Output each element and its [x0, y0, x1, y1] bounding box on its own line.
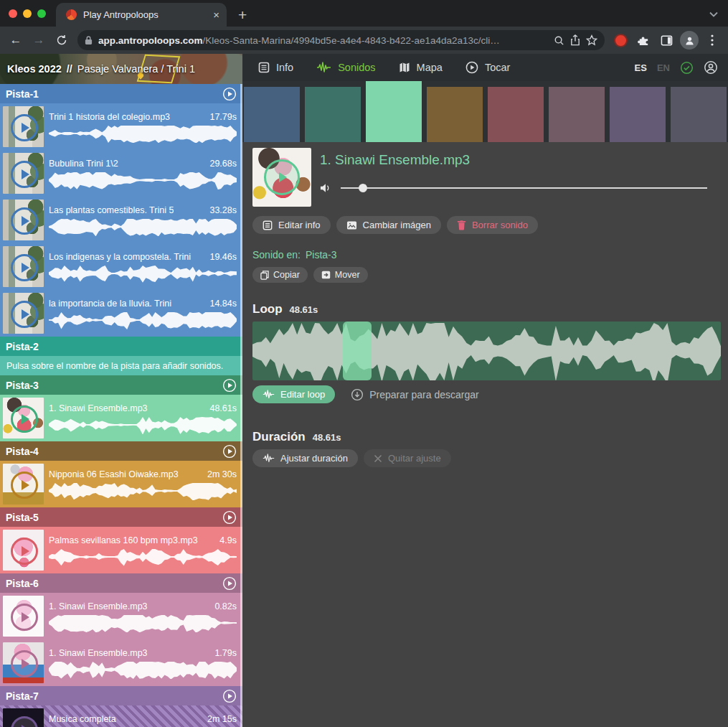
tab-info[interactable]: Info — [258, 62, 293, 73]
track-header-pista-2[interactable]: Pista-2 — [0, 337, 242, 356]
track-color-swatch-8[interactable] — [671, 87, 727, 142]
sound-in-track-link[interactable]: Pista-3 — [306, 249, 337, 261]
clip-play-icon[interactable] — [11, 650, 38, 677]
share-icon[interactable] — [570, 34, 580, 46]
clip-thumbnail[interactable] — [3, 106, 44, 147]
track-play-icon[interactable] — [222, 510, 237, 525]
clip-play-icon[interactable] — [11, 538, 38, 565]
loop-selection-region[interactable] — [343, 322, 372, 380]
clip-play-icon[interactable] — [11, 716, 38, 727]
maximize-window-button[interactable] — [37, 9, 46, 18]
track-play-icon[interactable] — [222, 378, 237, 393]
url-text[interactable]: app.antropoloops.com/Kleos-Santa-Marina/… — [98, 35, 548, 46]
edit-loop-button[interactable]: Editar loop — [252, 385, 335, 403]
track-play-icon[interactable] — [222, 689, 237, 703]
breadcrumb-page[interactable]: Pasaje Valvanera / Trini 1 — [77, 63, 195, 75]
browser-menu-icon[interactable] — [702, 30, 722, 50]
sidebar-scrollbar[interactable] — [240, 84, 242, 727]
track-name[interactable]: Pista-7 — [6, 690, 39, 702]
profile-avatar[interactable] — [679, 30, 699, 50]
remove-adjust-button[interactable]: Quitar ajuste — [364, 449, 451, 467]
track-color-swatch-5[interactable] — [488, 87, 544, 142]
clip-play-icon[interactable] — [11, 604, 38, 631]
clip-row[interactable]: Las plantas comestibles. Trini 5 33.28s — [0, 197, 242, 243]
new-tab-button[interactable]: + — [227, 7, 247, 27]
track-color-swatch-1[interactable] — [244, 87, 300, 142]
tab-tocar[interactable]: Tocar — [465, 61, 510, 74]
clip-play-icon[interactable] — [11, 254, 38, 281]
address-bar[interactable]: app.antropoloops.com/Kleos-Santa-Marina/… — [77, 30, 605, 50]
track-color-swatch-4[interactable] — [427, 87, 483, 142]
adjust-duration-button[interactable]: Ajustar duración — [252, 449, 358, 467]
clip-row[interactable]: Musica completa 2m 15s — [0, 705, 242, 727]
clip-row[interactable]: Trini 1 historia del colegio.mp3 17.79s — [0, 103, 242, 150]
clip-play-icon[interactable] — [11, 161, 38, 188]
clip-thumbnail[interactable] — [3, 708, 44, 727]
clip-play-icon[interactable] — [11, 114, 38, 141]
track-name[interactable]: Pista-6 — [6, 578, 39, 589]
clip-row[interactable]: la importancia de la lluvia. Trini 14.84… — [0, 290, 242, 337]
clip-thumbnail[interactable] — [3, 464, 44, 505]
track-color-swatch-2[interactable] — [305, 87, 361, 142]
clip-thumbnail[interactable] — [3, 200, 44, 240]
lang-es-button[interactable]: ES — [635, 62, 647, 73]
track-color-swatch-3[interactable] — [366, 81, 422, 142]
track-play-icon[interactable] — [222, 444, 237, 459]
close-window-button[interactable] — [9, 9, 17, 18]
forward-icon[interactable]: → — [29, 30, 49, 50]
tab-mapa[interactable]: Mapa — [399, 62, 443, 73]
loop-waveform-box[interactable] — [252, 322, 721, 380]
extensions-puzzle-icon[interactable] — [633, 30, 653, 50]
recording-extension-icon[interactable] — [610, 30, 630, 50]
volume-slider[interactable] — [341, 187, 707, 189]
lang-en-button[interactable]: EN — [657, 62, 670, 73]
track-name[interactable]: Pista-4 — [6, 446, 39, 457]
track-header-pista-6[interactable]: Pista-6 — [0, 573, 242, 593]
lock-icon[interactable] — [85, 35, 93, 45]
clip-row[interactable]: 1. Sinawi Ensemble.mp3 1.79s — [0, 639, 242, 686]
copy-button[interactable]: Copiar — [252, 267, 308, 283]
clip-row[interactable]: 1. Sinawi Ensemble.mp3 48.61s — [0, 395, 242, 441]
clip-thumbnail[interactable] — [3, 596, 44, 637]
track-name[interactable]: Pista-1 — [6, 88, 39, 100]
bookmark-star-icon[interactable] — [586, 34, 597, 46]
clip-thumbnail[interactable] — [3, 246, 44, 287]
track-header-pista-7[interactable]: Pista-7 — [0, 686, 242, 705]
track-name[interactable]: Pista-5 — [6, 512, 39, 523]
volume-slider-thumb[interactable] — [359, 184, 367, 192]
track-header-pista-5[interactable]: Pista-5 — [0, 507, 242, 527]
track-name[interactable]: Pista-3 — [6, 380, 39, 391]
tab-close-icon[interactable]: × — [213, 9, 219, 20]
clip-thumbnail[interactable] — [3, 153, 44, 194]
track-header-pista-1[interactable]: Pista-1 — [0, 84, 242, 103]
clip-row[interactable]: Palmas sevillanas 160 bpm mp3.mp3 4.9s — [0, 527, 242, 573]
clip-play-icon[interactable] — [11, 472, 38, 499]
track-color-swatch-6[interactable] — [549, 87, 605, 142]
breadcrumb[interactable]: Kleos 2022//Pasaje Valvanera / Trini 1 — [0, 54, 242, 84]
move-button[interactable]: Mover — [313, 267, 368, 283]
clip-play-icon[interactable] — [11, 405, 38, 433]
side-panel-icon[interactable] — [656, 30, 676, 50]
tab-sonidos[interactable]: Sonidos — [316, 62, 375, 73]
zoom-page-icon[interactable] — [554, 35, 564, 46]
clip-thumbnail[interactable] — [3, 398, 44, 438]
browser-tab[interactable]: Play Antropoloops × — [56, 3, 227, 27]
track-name[interactable]: Pista-2 — [6, 341, 39, 352]
tab-search-chevron-icon[interactable] — [709, 7, 718, 20]
delete-sound-button[interactable]: Borrar sonido — [447, 216, 538, 234]
track-header-pista-3[interactable]: Pista-3 — [0, 375, 242, 395]
track-play-icon[interactable] — [222, 576, 237, 591]
change-image-button[interactable]: Cambiar imágen — [336, 216, 441, 234]
back-icon[interactable]: ← — [6, 30, 26, 50]
breadcrumb-project[interactable]: Kleos 2022 — [7, 63, 62, 75]
sound-thumbnail[interactable] — [252, 148, 311, 207]
track-play-icon[interactable] — [222, 87, 237, 101]
minimize-window-button[interactable] — [23, 9, 32, 18]
track-header-pista-4[interactable]: Pista-4 — [0, 441, 242, 461]
clip-thumbnail[interactable] — [3, 293, 44, 334]
clip-row[interactable]: Bubulina Trini 1\2 29.68s — [0, 150, 242, 197]
clip-thumbnail[interactable] — [3, 642, 44, 683]
prepare-download-button[interactable]: Preparar para descargar — [346, 388, 483, 402]
clip-play-icon[interactable] — [11, 301, 38, 328]
clip-row[interactable]: Los indigenas y la compostela. Trini 19.… — [0, 243, 242, 290]
